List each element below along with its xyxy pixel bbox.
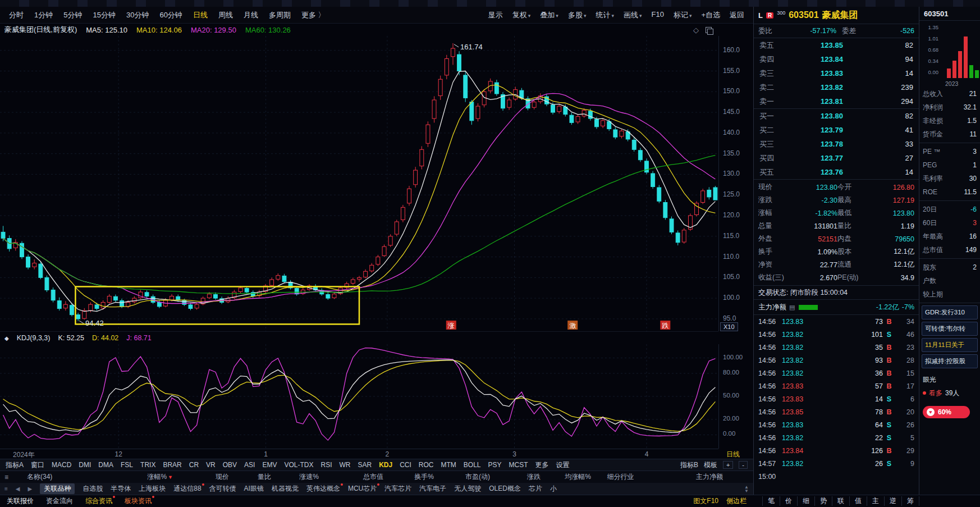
period-tab[interactable]: 分时 bbox=[9, 10, 24, 20]
period-tab[interactable]: 多周期 bbox=[269, 10, 291, 20]
toolbar-action[interactable]: 复权▾ bbox=[512, 10, 531, 20]
indicator-collapse-icon[interactable]: ◆ bbox=[4, 335, 9, 341]
table-column-header[interactable]: 市盈(动) bbox=[434, 472, 490, 482]
tick-row[interactable]: 14:56123.8357B17 bbox=[754, 380, 919, 392]
period-tab[interactable]: 5分钟 bbox=[63, 10, 82, 20]
menu-icon[interactable]: ≡ bbox=[4, 486, 8, 492]
table-column-header[interactable]: 量比 bbox=[229, 472, 271, 482]
indicator-tab[interactable]: ASI bbox=[244, 461, 255, 469]
diamond-marker-icon[interactable]: ◇ bbox=[693, 26, 699, 34]
indicator-tab[interactable]: - bbox=[739, 461, 748, 469]
main-candlestick-chart[interactable]: 161.7494.42涨激跌 bbox=[0, 36, 718, 332]
bid-row[interactable]: 买五123.7614 bbox=[754, 165, 919, 179]
mode-char-button[interactable]: 联 bbox=[832, 496, 849, 506]
indicator-tab[interactable]: VR bbox=[206, 461, 216, 469]
period-tab[interactable]: 60分钟 bbox=[159, 10, 182, 20]
detail-grid-icon[interactable]: ▤ bbox=[789, 304, 795, 311]
indicator-tab[interactable]: 窗口 bbox=[31, 460, 44, 470]
tick-list[interactable]: 14:56123.8373B3414:56123.82101S4614:5612… bbox=[754, 315, 919, 483]
indicator-tab[interactable]: OBV bbox=[223, 461, 237, 469]
mode-char-button[interactable]: 笔 bbox=[762, 496, 780, 506]
indicator-tab[interactable]: TRIX bbox=[140, 461, 155, 469]
sector-tab[interactable]: OLED概念 bbox=[489, 484, 521, 494]
table-menu-icon[interactable]: ≡ bbox=[4, 473, 18, 481]
bottom-tab[interactable]: 板块资讯 bbox=[125, 496, 152, 506]
table-column-header[interactable]: 主力净额 bbox=[650, 472, 723, 482]
sector-tab[interactable]: 半导体 bbox=[111, 484, 131, 494]
indicator-tab[interactable]: EMV bbox=[262, 461, 277, 469]
table-column-header[interactable]: 均涨幅% bbox=[541, 472, 591, 482]
bottom-tab[interactable]: 关联报价 bbox=[7, 496, 34, 506]
tick-row[interactable]: 14:57123.8226S9 bbox=[754, 457, 919, 470]
sector-tab[interactable]: 关联品种 bbox=[40, 483, 75, 494]
ask-row[interactable]: 卖五123.8582 bbox=[754, 38, 919, 52]
mode-char-button[interactable]: 值 bbox=[849, 496, 867, 506]
period-tab[interactable]: 月线 bbox=[244, 10, 258, 20]
bullish-row[interactable]: 看多 39人 bbox=[919, 386, 980, 400]
table-column-header[interactable]: 涨幅%▼ bbox=[111, 472, 173, 482]
indicator-tab[interactable]: FSL bbox=[121, 461, 133, 469]
bid-row[interactable]: 买四123.7727 bbox=[754, 151, 919, 165]
period-tab[interactable]: 15分钟 bbox=[93, 10, 115, 20]
indicator-tab[interactable]: + bbox=[723, 461, 733, 469]
sector-tab[interactable]: 通达信88 bbox=[173, 484, 201, 494]
sector-tab[interactable]: 英伟达概念 bbox=[306, 484, 340, 494]
stock-code[interactable]: 603501 bbox=[789, 10, 818, 20]
kdj-chart[interactable] bbox=[0, 344, 718, 449]
indicator-tab[interactable]: PSY bbox=[488, 461, 502, 469]
tick-row[interactable]: 14:56123.8314S6 bbox=[754, 392, 919, 405]
ask-row[interactable]: 卖一123.81294 bbox=[754, 94, 919, 108]
indicator-tab[interactable]: WR bbox=[339, 461, 350, 469]
indicator-tab[interactable]: MTM bbox=[441, 461, 456, 469]
table-column-header[interactable]: 总市值 bbox=[319, 472, 383, 482]
tick-row[interactable]: 14:56123.82101S46 bbox=[754, 328, 919, 341]
indicator-tab[interactable]: 模板 bbox=[704, 460, 717, 470]
tick-row[interactable]: 14:56123.8373B34 bbox=[754, 315, 919, 328]
indicator-tab[interactable]: 指标B bbox=[680, 460, 698, 470]
ask-row[interactable]: 卖三123.8314 bbox=[754, 66, 919, 80]
mode-char-button[interactable]: 价 bbox=[780, 496, 797, 506]
sector-tab[interactable]: MCU芯片 bbox=[348, 484, 377, 494]
toolbar-action[interactable]: 画线▾ bbox=[624, 10, 642, 20]
sector-tab[interactable]: 含可转债 bbox=[209, 484, 236, 494]
indicator-tab[interactable]: 更多 bbox=[535, 460, 549, 470]
sector-tab[interactable]: 芯片 bbox=[529, 484, 542, 494]
news-item[interactable]: GDR:发行310 bbox=[922, 305, 978, 319]
period-tab[interactable]: 日线 bbox=[193, 10, 208, 20]
indicator-tab[interactable]: BRAR bbox=[163, 461, 181, 469]
indicator-tab[interactable]: DMA bbox=[98, 461, 113, 469]
tick-row[interactable]: 14:56123.8235B23 bbox=[754, 341, 919, 354]
bottom-tab[interactable]: 综合资讯 bbox=[85, 496, 112, 506]
window-layout-icon[interactable] bbox=[706, 27, 712, 33]
bottom-tab[interactable]: 资金流向 bbox=[46, 496, 73, 506]
sector-tab[interactable]: AI眼镜 bbox=[244, 484, 264, 494]
indicator-tab[interactable]: SAR bbox=[358, 461, 372, 469]
tick-row[interactable]: 14:56123.8293B28 bbox=[754, 354, 919, 367]
bottom-link[interactable]: 图文F10 bbox=[693, 496, 718, 506]
bid-row[interactable]: 买一123.8082 bbox=[754, 109, 919, 123]
tick-row[interactable]: 15:00 bbox=[754, 470, 919, 483]
indicator-tab[interactable]: DMI bbox=[79, 461, 91, 469]
mode-char-button[interactable]: 细 bbox=[797, 496, 814, 506]
tick-row[interactable]: 14:56123.8222S5 bbox=[754, 431, 919, 444]
sector-tab[interactable]: 无人驾驶 bbox=[454, 484, 481, 494]
indicator-tab[interactable]: VOL-TDX bbox=[284, 461, 313, 469]
table-column-header[interactable]: 细分行业 bbox=[591, 472, 650, 482]
period-tab[interactable]: 周线 bbox=[218, 10, 233, 20]
sector-tab[interactable]: 机器视觉 bbox=[272, 484, 299, 494]
stock-name[interactable]: 豪威集团 bbox=[822, 10, 858, 21]
sector-tab[interactable]: 自选股 bbox=[83, 484, 103, 494]
toolbar-action[interactable]: F10 bbox=[651, 10, 663, 20]
news-item[interactable]: 11月11日关于 bbox=[922, 338, 978, 352]
scroll-down-icon[interactable]: ▼ bbox=[744, 489, 749, 493]
period-tab[interactable]: 30分钟 bbox=[126, 10, 149, 20]
period-tab[interactable]: 1分钟 bbox=[34, 10, 53, 20]
tick-row[interactable]: 14:56123.8578B20 bbox=[754, 405, 919, 418]
bid-row[interactable]: 买三123.7833 bbox=[754, 137, 919, 151]
table-column-header[interactable]: 涨速% bbox=[271, 472, 319, 482]
indicator-tab[interactable]: MACD bbox=[52, 461, 71, 469]
mode-char-button[interactable]: 筹 bbox=[901, 496, 919, 506]
table-column-header[interactable]: 名称(34) bbox=[18, 472, 111, 482]
mode-char-button[interactable]: 势 bbox=[814, 496, 832, 506]
toolbar-action[interactable]: 多股▾ bbox=[568, 10, 587, 20]
